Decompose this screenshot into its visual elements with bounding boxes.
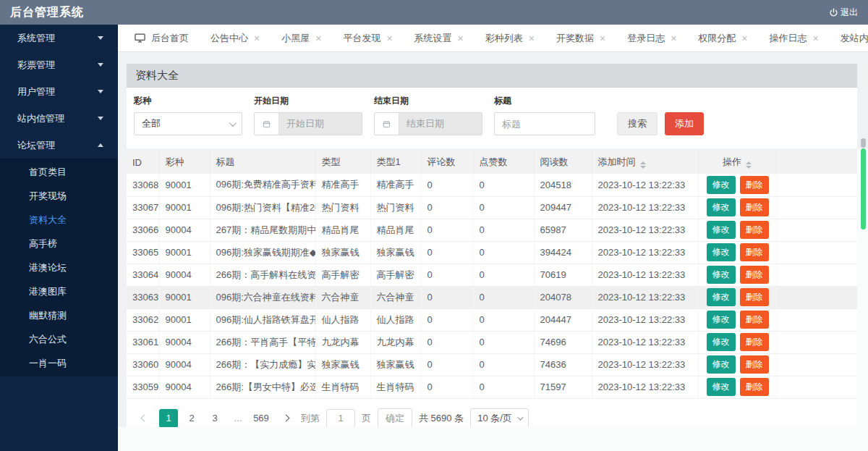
next-page-button[interactable] [277, 409, 294, 428]
add-button[interactable]: 添加 [665, 112, 704, 135]
column-header-6[interactable]: 点赞数 [473, 151, 534, 174]
column-header-8[interactable]: 添加时间 [592, 151, 698, 174]
search-button[interactable]: 搜索 [617, 112, 658, 135]
column-header-0[interactable]: ID [127, 151, 159, 174]
submenu-item-0[interactable]: 首页类目 [0, 160, 118, 184]
column-header-label: ID [132, 157, 142, 168]
tab-6[interactable]: 开奖数据× [545, 25, 616, 51]
sidebar-item-2[interactable]: 用户管理 [0, 78, 118, 105]
delete-button[interactable]: 删除 [740, 176, 769, 194]
cell-title: 266期:【男女中特】必选 [210, 376, 315, 398]
edit-button[interactable]: 修改 [707, 378, 736, 396]
cell-time: 2023-10-12 13:22:33 [592, 353, 698, 376]
delete-button[interactable]: 删除 [740, 266, 769, 284]
date-input-1[interactable]: 开始日期 [254, 112, 362, 135]
delete-button[interactable]: 删除 [740, 221, 769, 239]
column-header-2[interactable]: 标题 [210, 151, 315, 174]
table-body: 3306890001096期:免费精准高手资料中特...精准高手精准高手0020… [127, 174, 857, 398]
submenu-item-2[interactable]: 资料大全 [0, 208, 118, 232]
submenu-item-5[interactable]: 港澳图库 [0, 279, 118, 303]
tab-close-icon[interactable]: × [600, 33, 605, 43]
sidebar-item-4[interactable]: 论坛管理 [0, 132, 118, 159]
sidebar-item-label: 系统管理 [17, 32, 55, 45]
column-header-3[interactable]: 类型 [315, 151, 370, 174]
delete-button[interactable]: 删除 [740, 288, 769, 306]
submenu-item-4[interactable]: 港澳论坛 [0, 256, 118, 279]
tab-8[interactable]: 权限分配× [687, 25, 758, 51]
tab-close-icon[interactable]: × [458, 33, 464, 43]
page-button-569[interactable]: 569 [252, 409, 271, 428]
edit-button[interactable]: 修改 [707, 176, 736, 194]
cell-time: 2023-10-12 13:22:33 [592, 174, 698, 196]
submenu-item-1[interactable]: 开奖现场 [0, 184, 118, 208]
tab-7[interactable]: 登录日志× [616, 25, 687, 51]
page-scrollbar-thumb[interactable] [861, 138, 866, 148]
lottery-select[interactable]: 全部 [134, 112, 242, 135]
submenu-item-8[interactable]: 一肖一码 [0, 351, 118, 375]
column-header-5[interactable]: 评论数 [421, 151, 473, 174]
tab-3[interactable]: 平台发现× [332, 25, 403, 51]
tab-close-icon[interactable]: × [386, 33, 392, 43]
column-header-label: 操作 [723, 156, 741, 167]
sort-icon[interactable] [746, 161, 752, 169]
cell-lottery: 90004 [159, 219, 210, 241]
edit-button[interactable]: 修改 [707, 266, 736, 284]
edit-button[interactable]: 修改 [707, 198, 736, 216]
delete-button[interactable]: 删除 [740, 198, 769, 216]
select-value: 全部 [142, 117, 161, 130]
goto-page-input[interactable] [326, 409, 355, 428]
page-button-3[interactable]: 3 [205, 409, 224, 428]
date-input-2[interactable]: 结束日期 [374, 112, 482, 135]
table-scrollbar-thumb[interactable] [861, 148, 866, 229]
column-header-7[interactable]: 阅读数 [534, 151, 592, 174]
delete-button[interactable]: 删除 [740, 243, 769, 261]
delete-button[interactable]: 删除 [740, 355, 769, 374]
tab-5[interactable]: 彩种列表× [475, 25, 545, 51]
tab-1[interactable]: 公告中心× [200, 25, 271, 51]
page-button-2[interactable]: 2 [182, 409, 201, 428]
edit-button[interactable]: 修改 [707, 221, 736, 239]
logout-button[interactable]: 退出 [829, 7, 858, 19]
tab-close-icon[interactable]: × [315, 33, 321, 43]
prev-page-button[interactable] [135, 409, 153, 428]
tab-0[interactable]: 后台首页 [124, 25, 200, 51]
tab-close-icon[interactable]: × [741, 33, 747, 43]
sidebar-item-label: 站内信管理 [17, 112, 64, 125]
sidebar-item-1[interactable]: 彩票管理 [0, 51, 118, 78]
tab-close-icon[interactable]: × [254, 33, 260, 43]
delete-button[interactable]: 删除 [740, 378, 769, 396]
tab-close-icon[interactable]: × [671, 33, 676, 43]
sidebar-item-0[interactable]: 系统管理 [0, 25, 118, 51]
submenu-item-6[interactable]: 幽默猜测 [0, 303, 118, 327]
cell-title: 096期:仙人指路铁算盘开奖非... [210, 308, 315, 331]
tab-2[interactable]: 小黑屋× [271, 25, 332, 51]
page-size-select[interactable]: 10 条/页 [470, 408, 529, 429]
cell-time: 2023-10-12 13:22:33 [592, 241, 698, 264]
column-header-4[interactable]: 类型1 [370, 151, 421, 174]
tab-label: 发站内信 [841, 32, 868, 45]
delete-button[interactable]: 删除 [740, 333, 769, 351]
edit-button[interactable]: 修改 [707, 355, 736, 374]
page-button-1[interactable]: 1 [159, 409, 178, 428]
tab-close-icon[interactable]: × [813, 33, 819, 43]
field-label: 彩种 [134, 95, 242, 107]
tab-10[interactable]: 发站内信 [830, 25, 868, 51]
edit-button[interactable]: 修改 [707, 288, 736, 306]
edit-button[interactable]: 修改 [707, 243, 736, 261]
confirm-button[interactable]: 确定 [378, 408, 412, 429]
sidebar-item-3[interactable]: 站内信管理 [0, 105, 118, 132]
column-header-1[interactable]: 彩种 [159, 151, 210, 174]
sort-icon[interactable] [640, 161, 646, 169]
cell-empty [776, 174, 857, 196]
edit-button[interactable]: 修改 [707, 333, 736, 351]
submenu-item-3[interactable]: 高手榜 [0, 232, 118, 256]
table-header-row: ID彩种标题类型类型1评论数点赞数阅读数添加时间操作 [127, 151, 857, 174]
tab-4[interactable]: 系统设置× [404, 25, 475, 51]
delete-button[interactable]: 删除 [740, 311, 769, 329]
tab-9[interactable]: 操作日志× [759, 25, 830, 51]
edit-button[interactable]: 修改 [707, 311, 736, 329]
column-header-9[interactable]: 操作 [698, 151, 776, 174]
tab-close-icon[interactable]: × [529, 33, 535, 43]
title-input[interactable] [494, 112, 595, 135]
submenu-item-7[interactable]: 六合公式 [0, 327, 118, 351]
